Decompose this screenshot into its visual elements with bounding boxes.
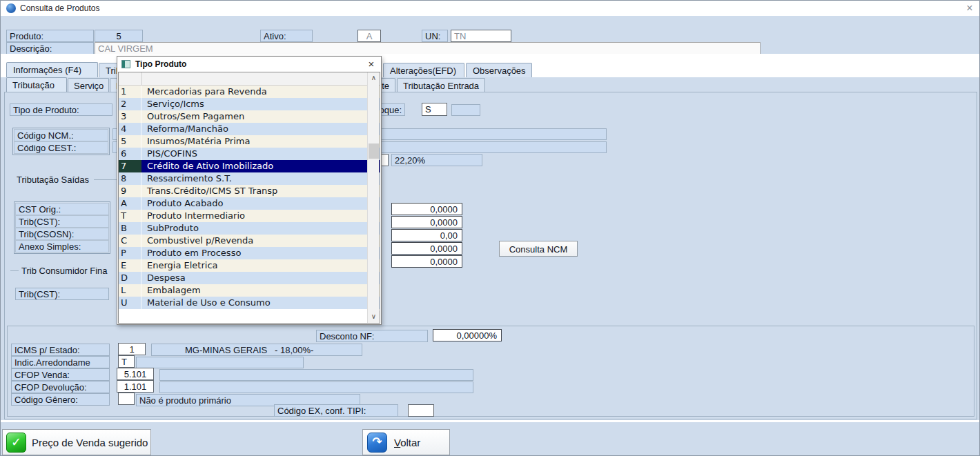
- tipo-produto-row[interactable]: 6PIS/COFINS: [119, 148, 380, 160]
- consulta-ncm-button[interactable]: Consulta NCM: [499, 241, 578, 257]
- tipo-produto-row[interactable]: DDespesa: [119, 272, 380, 284]
- tipo-produto-row[interactable]: 3Outros/Sem Pagamen: [119, 110, 380, 123]
- scrollbar-thumb[interactable]: [369, 143, 379, 159]
- desconto-nf-value[interactable]: 0,00000%: [433, 329, 502, 341]
- row-code: 9: [119, 185, 141, 197]
- row-label: Embalagem: [141, 284, 380, 297]
- tipo-produto-row[interactable]: CCombustivel p/Revenda: [119, 235, 380, 247]
- row-label: Energia Eletrica: [141, 259, 380, 272]
- row-code: E: [119, 259, 141, 272]
- codigo-ex-tipi-value[interactable]: [408, 404, 434, 417]
- un-value[interactable]: TN: [451, 30, 511, 42]
- codigo-genero-value[interactable]: [118, 393, 135, 405]
- tipo-produto-row[interactable]: 5Insumos/Matéria Prima: [119, 135, 380, 148]
- value-box-2[interactable]: 0,0000: [391, 216, 462, 228]
- subtab-tributacao[interactable]: Tributação: [6, 77, 67, 92]
- row-code: A: [119, 197, 141, 210]
- tipo-produto-row[interactable]: UMaterial de Uso e Consumo: [119, 297, 380, 309]
- grid-header-desc-cell: [142, 72, 380, 85]
- trib-cst2-label: Trib(CST):: [15, 288, 109, 300]
- tipo-produto-row[interactable]: 9Trans.Crédito/ICMS ST Transp: [119, 185, 380, 197]
- row-code: D: [119, 272, 141, 284]
- preco-venda-button[interactable]: ✓ Preço de Venda sugerido: [2, 429, 151, 455]
- row-label: Insumos/Matéria Prima: [141, 135, 380, 148]
- estoque-extra-field[interactable]: [451, 104, 480, 116]
- row-code: 1: [119, 86, 141, 98]
- tipo-produto-row[interactable]: BSubProduto: [119, 222, 380, 235]
- row-code: 4: [119, 123, 141, 135]
- check-icon: ✓: [6, 433, 26, 453]
- row-label: Produto em Processo: [141, 247, 380, 259]
- voltar-button[interactable]: ↷ Voltar: [362, 429, 450, 455]
- tab-informacoes[interactable]: Informações (F4): [6, 62, 98, 77]
- grid-header-code-cell: [119, 72, 142, 85]
- tipo-produto-scrollbar[interactable]: ∧ ∨: [367, 72, 379, 323]
- tipo-produto-row[interactable]: 4Reforma/Manchão: [119, 123, 380, 135]
- tipo-produto-row[interactable]: LEmbalagem: [119, 284, 380, 297]
- consulta-produtos-window: Consulta de Produtos × Produto: 5 Ativo:…: [0, 0, 980, 456]
- indic-arredondamento-value[interactable]: T: [118, 355, 135, 368]
- tipo-produto-dialog-title: Tipo Produto: [135, 59, 186, 69]
- row-label: Combustivel p/Revenda: [141, 235, 380, 247]
- tipo-produto-close-icon[interactable]: ×: [364, 59, 378, 70]
- tipo-produto-label: Tipo de Produto:: [10, 103, 112, 116]
- row-code: 6: [119, 148, 141, 160]
- value-box-1[interactable]: 0,0000: [391, 203, 462, 215]
- trib-cst-label: Trib(CST):: [15, 215, 109, 228]
- tipo-produto-list: 1Mercadorias para Revenda2Serviço/Icms3O…: [119, 86, 380, 309]
- cfop-venda-value[interactable]: 5.101: [117, 368, 154, 380]
- icms-estado-value[interactable]: 1: [118, 343, 146, 355]
- cfop-venda-desc[interactable]: [159, 369, 473, 381]
- trib-saidas-group-label: Tributação Saídas: [14, 175, 91, 185]
- percent-value[interactable]: 22,20%: [391, 154, 482, 166]
- icms-estado-desc: MG-MINAS GERAIS - 18,00%-: [151, 344, 362, 356]
- row-code: 2: [119, 98, 141, 110]
- tab-alteracoes-efd[interactable]: Alterações(EFD): [383, 63, 464, 77]
- trib-csosn-label: Trib(CSOSN):: [15, 228, 109, 240]
- row-label: Reforma/Manchão: [141, 123, 380, 135]
- ativo-label: Ativo:: [260, 30, 313, 42]
- row-label: Outros/Sem Pagamen: [141, 110, 380, 123]
- value-box-4[interactable]: 0,0000: [391, 242, 462, 255]
- tipo-produto-row[interactable]: 1Mercadorias para Revenda: [119, 86, 380, 98]
- window-close-icon[interactable]: ×: [963, 2, 977, 14]
- ativo-value[interactable]: A: [357, 30, 381, 42]
- preco-venda-button-label: Preço de Venda sugerido: [32, 437, 148, 448]
- tipo-produto-row[interactable]: AProduto Acabado: [119, 197, 380, 210]
- scroll-up-icon[interactable]: ∧: [368, 72, 380, 84]
- tipo-produto-dialog: Tipo Produto × 1Mercadorias para Revenda…: [117, 56, 382, 325]
- subtab-tributacao-entrada[interactable]: Tributação Entrada: [397, 78, 485, 92]
- row-label: Despesa: [141, 272, 380, 284]
- tipo-produto-row[interactable]: TProduto Intermediario: [119, 210, 380, 222]
- row-label: Mercadorias para Revenda: [141, 86, 380, 98]
- tipo-produto-row[interactable]: EEnergia Eletrica: [119, 259, 380, 272]
- footer-separator: [1, 420, 980, 422]
- subtab-servico[interactable]: Serviço: [68, 78, 109, 92]
- row-label: Trans.Crédito/ICMS ST Transp: [141, 185, 380, 197]
- tab-observacoes[interactable]: Observações: [466, 63, 532, 77]
- value-box-3[interactable]: 0,00: [391, 229, 462, 241]
- value-box-5[interactable]: 0,0000: [391, 255, 462, 268]
- tipo-produto-row[interactable]: 2Serviço/Icms: [119, 98, 380, 110]
- cfop-devolucao-value[interactable]: 1.101: [117, 380, 154, 393]
- row-label: Produto Acabado: [141, 197, 380, 210]
- tipo-produto-row[interactable]: 8Ressarcimento S.T.: [119, 172, 380, 185]
- icms-estado-label: ICMS p/ Estado:: [11, 344, 110, 356]
- row-code: 5: [119, 135, 141, 148]
- produto-label: Produto:: [6, 30, 94, 42]
- tipo-produto-row[interactable]: PProduto em Processo: [119, 247, 380, 259]
- scroll-down-icon[interactable]: ∨: [368, 311, 380, 323]
- codigo-ncm-label: Código NCM.:: [14, 129, 108, 141]
- row-label: Serviço/Icms: [141, 98, 380, 110]
- produto-value[interactable]: 5: [95, 30, 143, 42]
- cfop-devolucao-desc[interactable]: [159, 381, 473, 393]
- descricao-value[interactable]: CAL VIRGEM: [95, 42, 761, 54]
- tipo-produto-dialog-icon: [121, 60, 130, 68]
- indic-arredondamento-desc[interactable]: [136, 357, 304, 368]
- cfop-venda-label: CFOP Venda:: [11, 368, 110, 381]
- cst-orig-label: CST Orig.:: [15, 203, 109, 215]
- trib-consumidor-group-label: Trib Consumidor Fina: [19, 266, 110, 276]
- tipo-produto-row[interactable]: 7Crédito de Ativo Imobilizado: [119, 160, 380, 172]
- estoque-value[interactable]: S: [422, 103, 447, 116]
- row-code: T: [119, 210, 141, 222]
